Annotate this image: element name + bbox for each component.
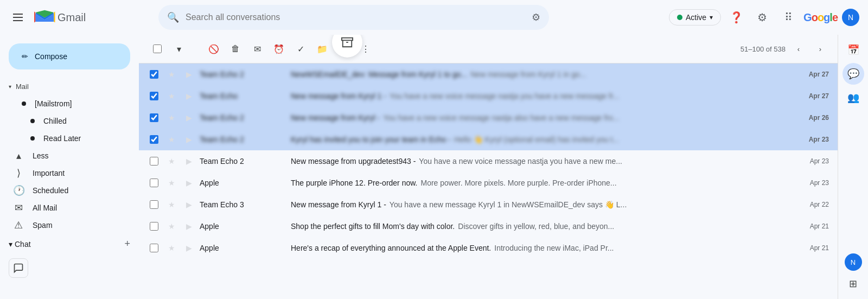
email-checkbox-wrap[interactable] — [148, 113, 161, 122]
star-button[interactable]: ★ — [165, 179, 178, 187]
email-row[interactable]: ★ ▶ Team Echo 2 NewWSEmailDE_dev: Messag… — [139, 63, 838, 85]
email-date: Apr 23 — [796, 179, 829, 187]
add-to-tasks-button[interactable]: ✓ — [291, 39, 310, 59]
email-checkbox-wrap[interactable] — [148, 70, 161, 79]
email-row[interactable]: ★ ▶ Team Echo 2 Kyryl has invited you to… — [139, 129, 838, 150]
email-row[interactable]: ★ ▶ Team Echo 3 New message from Kyryl 1… — [139, 194, 838, 215]
expand-icon[interactable]: ⊞ — [843, 273, 864, 295]
compose-button[interactable]: ✏ Compose — [9, 43, 130, 69]
email-checkbox-wrap[interactable] — [148, 157, 161, 166]
add-chat-button[interactable]: + — [124, 238, 130, 250]
email-checkbox[interactable] — [150, 244, 158, 252]
help-button[interactable]: ❓ — [725, 7, 747, 28]
pagination-text: 51–100 of 538 — [741, 45, 786, 53]
important-button[interactable]: ▶ — [182, 135, 195, 144]
email-checkbox-wrap[interactable] — [148, 244, 161, 252]
email-checkbox-wrap[interactable] — [148, 135, 161, 144]
prev-page-button[interactable]: ‹ — [790, 40, 807, 58]
email-row[interactable]: ★ ▶ Team Echo 2 New message from upgrade… — [139, 150, 838, 172]
star-button[interactable]: ★ — [165, 92, 178, 100]
snooze-button[interactable]: ⏰ — [269, 39, 289, 59]
email-checkbox-wrap[interactable] — [148, 179, 161, 187]
move-to-button[interactable]: 📁 — [312, 39, 332, 59]
chat-section[interactable]: ▾ Chat + — [0, 234, 139, 254]
mark-unread-button[interactable]: ✉ — [247, 39, 267, 59]
important-button[interactable]: ▶ — [182, 244, 195, 252]
report-spam-button[interactable]: 🚫 — [204, 39, 224, 59]
chat-section-label: Chat — [15, 240, 31, 249]
email-preview: Discover gifts in yellow, red, blue, and… — [458, 222, 614, 231]
select-dropdown-button[interactable]: ▾ — [169, 39, 189, 59]
active-status[interactable]: Active ▾ — [669, 9, 721, 26]
star-button[interactable]: ★ — [165, 200, 178, 209]
important-button[interactable]: ▶ — [182, 200, 195, 209]
email-list: ★ ▶ Team Echo 2 NewWSEmailDE_dev: Messag… — [139, 63, 838, 299]
menu-button[interactable] — [9, 9, 27, 26]
email-subject: Kyryl has invited you to join your team … — [291, 135, 451, 144]
important-button[interactable]: ▶ — [182, 179, 195, 187]
important-button[interactable]: ▶ — [182, 113, 195, 122]
email-checkbox-wrap[interactable] — [148, 200, 161, 209]
email-checkbox[interactable] — [150, 200, 158, 209]
star-button[interactable]: ★ — [165, 157, 178, 166]
email-checkbox[interactable] — [150, 157, 158, 166]
spaces-icon[interactable]: 👥 — [843, 87, 864, 109]
sidebar-item-scheduled[interactable]: 🕐 Scheduled — [0, 182, 139, 199]
dot-icon — [30, 119, 35, 123]
avatar[interactable]: N — [842, 9, 859, 26]
sidebar-item-label: Important — [33, 169, 65, 177]
rs-avatar[interactable]: N — [845, 253, 862, 271]
search-options-icon[interactable]: ⚙ — [532, 11, 540, 23]
email-checkbox[interactable] — [150, 92, 158, 100]
email-checkbox[interactable] — [150, 222, 158, 231]
star-button[interactable]: ★ — [165, 70, 178, 79]
email-subject: New message from Kyryl 1 - — [291, 200, 386, 209]
email-date: Apr 27 — [796, 71, 829, 78]
search-input[interactable] — [186, 12, 532, 22]
compose-label: Compose — [35, 52, 67, 61]
email-date: Apr 27 — [796, 92, 829, 100]
important-button[interactable]: ▶ — [182, 92, 195, 100]
email-checkbox-wrap[interactable] — [148, 92, 161, 100]
sidebar-item-all-mail[interactable]: ✉ All Mail — [0, 199, 139, 217]
next-page-button[interactable]: › — [812, 40, 829, 58]
search-bar[interactable]: 🔍 ⚙ — [158, 5, 549, 30]
email-checkbox[interactable] — [150, 113, 158, 122]
sidebar-item-less[interactable]: ▴ Less — [0, 147, 139, 164]
email-row[interactable]: ★ ▶ Apple Here's a recap of everything a… — [139, 237, 838, 259]
email-body: Kyryl has invited you to join your team … — [291, 135, 792, 144]
delete-button[interactable]: 🗑 — [226, 39, 245, 59]
mail-section[interactable]: ▾ Mail — [0, 78, 139, 95]
sidebar-item-mailstrom[interactable]: [Mailstrom] — [0, 95, 139, 112]
settings-button[interactable]: ⚙ — [751, 7, 773, 28]
star-button[interactable]: ★ — [165, 135, 178, 144]
important-button[interactable]: ▶ — [182, 70, 195, 79]
email-date: Apr 22 — [796, 201, 829, 208]
star-button[interactable]: ★ — [165, 222, 178, 231]
star-button[interactable]: ★ — [165, 113, 178, 122]
dot-icon — [22, 101, 26, 106]
meet-icon[interactable]: 📅 — [843, 39, 864, 61]
sidebar-item-chilled[interactable]: Chilled — [0, 112, 139, 130]
email-row[interactable]: ★ ▶ Team Echo 2 New message from Kyryl -… — [139, 107, 838, 129]
email-row[interactable]: ★ ▶ Apple Shop the perfect gifts to fill… — [139, 215, 838, 237]
apps-button[interactable]: ⠿ — [777, 7, 799, 28]
email-row[interactable]: ★ ▶ Team Echo New message from Kyryl 1 -… — [139, 85, 838, 107]
email-checkbox-wrap[interactable] — [148, 222, 161, 231]
email-checkbox[interactable] — [150, 70, 158, 79]
chat-icon[interactable]: 💬 — [843, 63, 864, 85]
sidebar-item-important[interactable]: ⟩ Important — [0, 164, 139, 182]
important-button[interactable]: ▶ — [182, 157, 195, 166]
important-button[interactable]: ▶ — [182, 222, 195, 231]
select-all-input[interactable] — [153, 44, 162, 53]
sidebar-item-spam[interactable]: ⚠ Spam — [0, 217, 139, 234]
email-row[interactable]: ★ ▶ Apple The purple iPhone 12. Pre-orde… — [139, 172, 838, 194]
email-body: New message from Kyryl 1 - You have a ne… — [291, 200, 792, 209]
email-subject: The purple iPhone 12. Pre-order now. — [291, 179, 417, 187]
sidebar-item-label: Scheduled — [33, 186, 68, 195]
select-all-checkbox[interactable] — [148, 39, 167, 59]
email-checkbox[interactable] — [150, 135, 158, 144]
star-button[interactable]: ★ — [165, 244, 178, 252]
email-checkbox[interactable] — [150, 179, 158, 187]
sidebar-item-read-later[interactable]: Read Later — [0, 130, 139, 147]
